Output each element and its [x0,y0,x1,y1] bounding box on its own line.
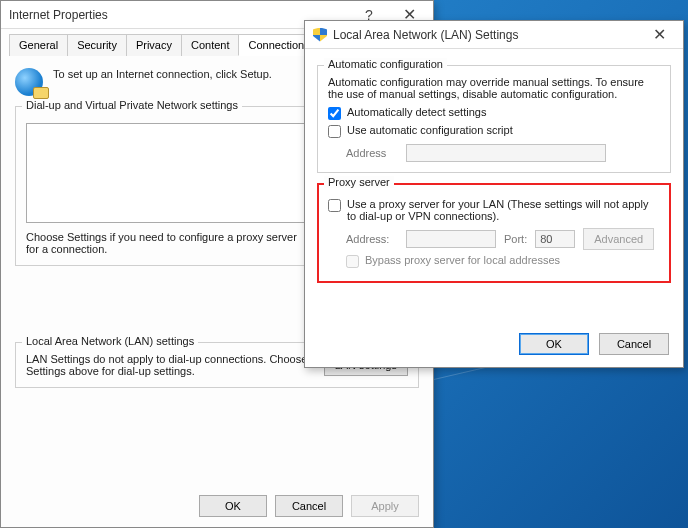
dialup-listbox[interactable] [26,123,306,223]
close-button[interactable]: ✕ [639,24,679,46]
dialup-legend: Dial-up and Virtual Private Network sett… [22,99,242,111]
lan-legend: Local Area Network (LAN) settings [22,335,198,347]
proxy-port-label: Port: [504,233,527,245]
cancel-button[interactable]: Cancel [599,333,669,355]
proxy-legend: Proxy server [324,176,394,188]
auto-detect-label: Automatically detect settings [347,106,486,118]
auto-detect-row[interactable]: Automatically detect settings [328,106,660,120]
tab-privacy[interactable]: Privacy [126,34,182,56]
shield-icon [313,28,327,42]
use-proxy-checkbox[interactable] [328,199,341,212]
proxy-address-row: Address: Port: Advanced [346,228,660,250]
ok-button[interactable]: OK [519,333,589,355]
lan-body: Automatic configuration Automatic config… [305,49,683,283]
auto-script-checkbox[interactable] [328,125,341,138]
ip-button-row: OK Cancel Apply [199,495,419,517]
auto-script-label: Use automatic configuration script [347,124,513,136]
use-proxy-row[interactable]: Use a proxy server for your LAN (These s… [328,198,660,222]
proxy-address-input [406,230,496,248]
bypass-local-label: Bypass proxy server for local addresses [365,254,560,266]
auto-detect-checkbox[interactable] [328,107,341,120]
dialup-hint: Choose Settings if you need to configure… [26,231,306,255]
auto-address-row: Address [346,144,660,162]
ip-title: Internet Properties [9,8,349,22]
proxy-port-input [535,230,575,248]
globe-icon [15,68,43,96]
bypass-local-row: Bypass proxy server for local addresses [346,254,660,268]
lan-button-row: OK Cancel [519,333,669,355]
advanced-button: Advanced [583,228,654,250]
auto-config-legend: Automatic configuration [324,58,447,70]
lan-titlebar[interactable]: Local Area Network (LAN) Settings ✕ [305,21,683,49]
lan-settings-dialog: Local Area Network (LAN) Settings ✕ Auto… [304,20,684,368]
bypass-local-checkbox [346,255,359,268]
tab-content[interactable]: Content [181,34,240,56]
auto-script-row[interactable]: Use automatic configuration script [328,124,660,138]
lan-hint: LAN Settings do not apply to dial-up con… [26,353,312,377]
apply-button[interactable]: Apply [351,495,419,517]
tab-security[interactable]: Security [67,34,127,56]
auto-address-input [406,144,606,162]
auto-config-desc: Automatic configuration may override man… [328,76,660,100]
ok-button[interactable]: OK [199,495,267,517]
cancel-button[interactable]: Cancel [275,495,343,517]
use-proxy-label: Use a proxy server for your LAN (These s… [347,198,660,222]
proxy-group: Proxy server Use a proxy server for your… [317,183,671,283]
auto-config-group: Automatic configuration Automatic config… [317,65,671,173]
proxy-address-label: Address: [346,233,398,245]
ip-intro-text: To set up an Internet connection, click … [53,68,272,80]
auto-address-label: Address [346,147,398,159]
tab-general[interactable]: General [9,34,68,56]
lan-title: Local Area Network (LAN) Settings [333,28,639,42]
